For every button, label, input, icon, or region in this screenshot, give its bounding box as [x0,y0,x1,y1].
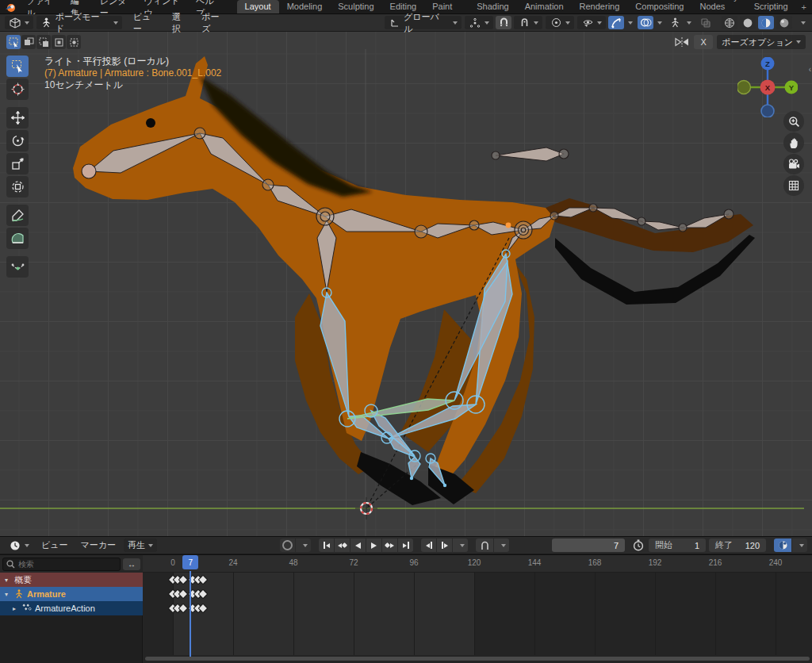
overlay-dropdown[interactable] [792,538,807,552]
timeline-editor-type-button[interactable] [5,538,33,552]
channel-search-input[interactable] [2,558,121,571]
editor-type-button[interactable] [5,16,33,29]
tab-0[interactable]: Layout [237,0,279,13]
expand-caret-icon[interactable]: ▸ [13,605,19,612]
next-keyframe-button[interactable] [382,538,397,552]
navigation-gizmo[interactable]: Z Y X [737,57,798,117]
add-workspace-button[interactable]: + [796,2,812,12]
tool-transform[interactable] [6,176,29,197]
timeline-ruler[interactable]: 024487296120144168192216240 [143,555,812,573]
prev-frame-button[interactable] [421,538,436,552]
chevron-down-icon[interactable] [657,21,662,25]
chevron-down-icon[interactable] [628,21,633,25]
tool-measure[interactable] [6,228,29,249]
snap-toggle[interactable] [496,16,511,29]
show-overlays-toggle[interactable] [638,16,653,29]
armature-label: Armature [27,589,66,599]
pan-hand-button[interactable] [783,132,804,153]
tool-select-box[interactable] [6,56,29,77]
cursor-3d[interactable] [355,497,377,519]
tool-pose-breakdowner[interactable] [6,256,29,278]
tab-6[interactable]: Animation [517,0,572,13]
shading-rendered-button[interactable] [776,16,792,29]
tab-7[interactable]: Rendering [572,0,628,13]
tab-2[interactable]: Sculpting [330,0,381,13]
tool-cursor[interactable] [6,79,29,100]
tab-5[interactable]: Shading [469,0,516,13]
tab-1[interactable]: Modeling [279,0,331,13]
shading-material-button[interactable] [758,16,774,29]
collapse-caret-icon[interactable]: ▾ [5,577,11,584]
channel-row-summary[interactable]: ▾ 概要 [0,573,143,587]
tool-rotate[interactable] [6,130,29,151]
frame-step-dropdown[interactable] [453,538,468,552]
object-visibility-button[interactable] [577,16,606,29]
end-frame-field[interactable]: 終了 120 [709,538,766,552]
tab-10[interactable]: Scripting [746,0,796,13]
zoom-button[interactable] [783,111,804,132]
toolbar-menu-2[interactable]: ポーズ [195,11,234,35]
toggle-grid-button[interactable] [783,175,804,196]
blender-logo-icon[interactable] [5,2,16,13]
overlay-toggle-button[interactable] [774,538,791,552]
next-frame-button[interactable] [437,538,452,552]
timeline-header: ビューマーカー 再生 [0,536,812,554]
keying-set-button[interactable] [476,538,493,552]
gizmo-axis-y-neg[interactable] [737,81,751,94]
channel-row-armature[interactable]: ▾ Armature [0,587,143,601]
shading-wireframe-button[interactable] [722,16,737,29]
pose-figure-button[interactable] [667,16,683,29]
tool-annotate[interactable] [6,205,29,226]
stopwatch-icon[interactable] [633,539,644,551]
collapse-caret-icon[interactable]: ▾ [5,591,11,598]
current-frame-field[interactable]: 7 [552,538,625,552]
play-button[interactable] [366,538,381,552]
tool-move[interactable] [6,107,29,128]
start-frame-field[interactable]: 開始 1 [649,538,706,552]
transform-orientation[interactable]: グローバル [385,16,462,29]
playhead-badge[interactable]: 7 [182,555,198,569]
mirror-butterfly-icon[interactable] [674,36,690,48]
timeline-menu-1[interactable]: マーカー [75,539,123,551]
proportional-edit-button[interactable] [546,16,574,29]
auto-keying-toggle[interactable] [280,538,295,552]
tab-9[interactable]: Geometry Nodes [691,0,745,13]
keying-dropdown[interactable] [296,538,311,552]
toolbar-menu-0[interactable]: ビュー [127,11,166,35]
select-mode-intersect[interactable] [67,35,81,49]
camera-view-button[interactable] [783,154,804,174]
select-mode-invert[interactable] [52,35,66,49]
playback-menu[interactable]: 再生 [124,538,157,552]
gizmo-axis-z-neg[interactable] [761,105,774,117]
pivot-point-button[interactable] [465,16,493,29]
xray-toggle[interactable] [698,16,714,29]
filter-toggle-button[interactable]: ↔ [123,558,140,570]
chevron-down-icon[interactable] [801,21,806,25]
show-gizmo-toggle[interactable] [608,16,624,29]
select-mode-set[interactable] [6,35,21,49]
tab-8[interactable]: Compositing [627,0,691,13]
mode-selector[interactable]: ポーズモード [36,16,122,29]
horizontal-scrollbar[interactable] [145,657,810,661]
search-input[interactable] [18,560,117,569]
channel-row-action[interactable]: ▸ ArmatureAction [0,601,143,615]
timeline-menu-0[interactable]: ビュー [35,539,75,551]
sidebar-collapse-arrow[interactable]: ‹ [809,65,811,74]
select-mode-subtract[interactable] [36,35,51,49]
pose-options-dropdown[interactable]: ポーズオプション [717,35,806,49]
playhead-line[interactable] [190,571,191,660]
select-mode-extend[interactable] [21,35,36,49]
chevron-down-icon[interactable] [687,21,691,25]
jump-to-start-button[interactable] [319,538,334,552]
timeline-menus: ビューマーカー [35,539,122,551]
keying-set-dropdown[interactable] [494,538,509,552]
jump-to-end-button[interactable] [398,538,413,552]
snap-with-button[interactable] [514,16,542,29]
mirror-x-toggle[interactable]: X [694,35,713,49]
play-reverse-button[interactable] [350,538,366,552]
toolbar-menu-1[interactable]: 選択 [166,11,196,35]
prev-keyframe-button[interactable] [335,538,350,552]
keyframe-area[interactable]: 024487296120144168192216240 7 [143,555,812,663]
shading-solid-button[interactable] [740,16,756,29]
tool-scale[interactable] [6,153,29,174]
